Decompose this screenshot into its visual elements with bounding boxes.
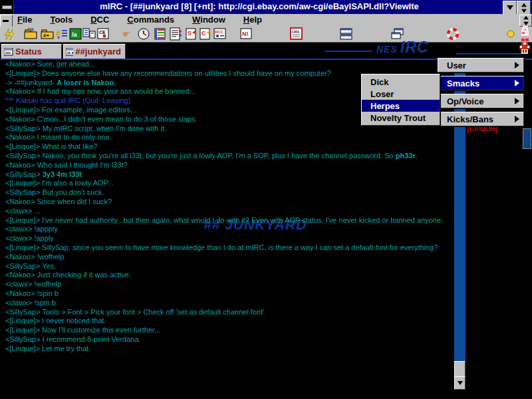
chat-line: <[Linque]> What is that like? <box>3 142 451 152</box>
tab-status[interactable]: Status <box>1 44 62 59</box>
submenu-item-dick[interactable]: Dick <box>362 76 440 88</box>
chat-line: <clawx> !wofhelp <box>3 280 451 289</box>
chat-line: <[Linque]> I never noticed that. <box>3 317 451 326</box>
submenu-item-herpes[interactable]: Herpes <box>362 100 440 112</box>
notify-icon[interactable]: N! <box>240 27 253 41</box>
svg-text:N!: N! <box>242 31 249 37</box>
chat-line: <[Linque]> SillySap, since you seem to h… <box>3 243 451 253</box>
chat-line: <SillySap> Tools > Font > Pick your font… <box>3 308 451 317</box>
logo-line-left <box>325 51 372 52</box>
menu-window[interactable]: Window <box>192 15 225 25</box>
chat-line: <clawx> !apply <box>3 234 451 243</box>
chat-line: <clawx> !spin b <box>3 299 451 308</box>
switchbar: Status ##junkyard <box>0 43 532 59</box>
restore-button[interactable] <box>517 1 531 15</box>
clock-icon[interactable] <box>137 27 150 41</box>
help-icon[interactable] <box>446 27 460 41</box>
system-menu-button[interactable] <box>0 0 14 14</box>
remote-icon[interactable]: CE <box>97 27 110 41</box>
svg-text:#: # <box>56 29 61 38</box>
menu-commands[interactable]: Commands <box>127 15 174 25</box>
menu-tools[interactable]: Tools <box>50 15 72 25</box>
chat-line: <SillySap> 3y3 4m l33t <box>3 170 451 180</box>
smacks-submenu: Dick Loser Herpes Novelty Trout <box>361 74 440 126</box>
submenu-arrow-icon <box>515 80 519 86</box>
menubar: File Tools DCC Commands Window Help <box>0 14 532 27</box>
dcc-chat-icon[interactable]: C <box>199 27 212 41</box>
submenu-item-loser[interactable]: Loser <box>362 88 440 100</box>
ball-icon[interactable] <box>507 30 520 43</box>
tab-junkyard[interactable]: ##junkyard <box>63 44 126 59</box>
channel-folder-icon[interactable]: #+ <box>41 27 54 41</box>
minimize-button[interactable] <box>503 1 517 15</box>
aliases-icon[interactable]: /a <box>69 27 82 41</box>
svg-text:#+: #+ <box>43 33 49 39</box>
svg-text:S: S <box>188 30 192 37</box>
dcc-options-icon[interactable]: DCC <box>213 27 227 41</box>
mdi-system-icon <box>3 20 9 22</box>
nicklist-scrollbar-thumb[interactable] <box>523 128 531 149</box>
mdi-restore-button[interactable] <box>519 15 532 27</box>
chat-line: <Nakoo> !wofhelp <box>3 253 451 262</box>
chat-scrollbar-down-button[interactable] <box>454 376 466 390</box>
chat-line: <Nakoo> Sure, get ahead... <box>3 60 451 69</box>
chat-line: <SillySap> But you don't suck. <box>3 188 451 198</box>
menu-items: File Tools DCC Commands Window Help <box>17 15 262 25</box>
window-title: mIRC - [##junkyard [8] [+nt]: http://cgi… <box>20 1 499 11</box>
logo-nes-text: NES <box>376 44 398 55</box>
scroll-down-icon <box>458 381 463 385</box>
popups-icon[interactable] <box>82 27 96 41</box>
minimize-icon <box>507 5 513 10</box>
submenu-arrow-icon <box>515 62 519 68</box>
status-window-icon <box>4 48 13 56</box>
popup-item-op-voice[interactable]: Op/Voice <box>438 94 524 108</box>
svg-text:C: C <box>201 30 206 37</box>
toolbar: #+ # /a CE ☛ S C DCC <box>0 27 532 43</box>
chat-line: <Nakoo> Who said I thought I'm l33t? <box>3 161 451 170</box>
chat-line: <SillySap> Nakoo, you think you're all l… <box>3 152 451 161</box>
chat-line: <Nakoo> Just checking if it was active. <box>3 271 451 280</box>
popup-item-kicks-bans[interactable]: Kicks/Bans <box>438 112 524 126</box>
logo-line-right <box>456 53 523 55</box>
dcc-send-icon[interactable]: S <box>185 27 198 41</box>
restore-down-icon <box>521 9 527 13</box>
menu-help[interactable]: Help <box>243 15 262 25</box>
tile-windows-icon[interactable] <box>340 27 353 41</box>
svg-text:URL: URL <box>292 30 301 34</box>
chat-line: <Nakoo> !spin b <box>3 289 451 299</box>
menu-file[interactable]: File <box>17 15 32 25</box>
chat-line: <clawx> !appply <box>3 225 451 234</box>
chat-line: <SillySap> I recommend 8-point Verdana. <box>3 335 451 344</box>
submenu-item-novelty-trout[interactable]: Novelty Trout <box>362 112 440 124</box>
logo-irc-text: IRC <box>400 39 429 57</box>
chat-line: <clawx> ... <box>3 207 451 216</box>
svg-text:CE: CE <box>99 30 106 35</box>
svg-text:/a: /a <box>72 31 78 38</box>
svg-text:☛: ☛ <box>122 29 131 39</box>
tab-junkyard-label: ##junkyard <box>75 47 121 57</box>
popup-item-user[interactable]: User <box>438 58 524 72</box>
nicklist-scrollbar[interactable] <box>523 60 532 399</box>
options-icon[interactable] <box>24 27 37 41</box>
titlebar[interactable]: mIRC - [##junkyard [8] [+nt]: http://cgi… <box>0 0 532 14</box>
chat-line: <[Linque]> I'm also a lowly AOP... <box>3 179 451 188</box>
chat-scrollbar-thumb[interactable] <box>454 361 466 378</box>
mdi-system-button[interactable] <box>0 15 13 27</box>
connect-icon[interactable] <box>3 27 16 41</box>
submenu-arrow-icon <box>515 98 519 104</box>
mdi-down-icon <box>523 22 529 26</box>
mdi-up-icon <box>523 16 529 20</box>
finger-icon[interactable]: ☛ <box>122 27 135 41</box>
menu-dcc[interactable]: DCC <box>90 15 109 25</box>
channels-list-icon[interactable]: # <box>55 27 68 41</box>
popup-item-smacks[interactable]: Smacks <box>438 76 524 90</box>
address-book-icon[interactable] <box>154 27 167 41</box>
nicklist-popup-menu: User Smacks Op/Voice Kicks/Bans <box>438 58 524 130</box>
svg-text:DCC: DCC <box>215 30 224 34</box>
notepad-icon[interactable] <box>169 27 182 41</box>
channel-window-icon <box>66 48 73 56</box>
mirc-window: mIRC - [##junkyard [8] [+nt]: http://cgi… <box>0 0 532 399</box>
url-list-icon[interactable]: URL <box>290 27 303 41</box>
system-menu-icon <box>2 5 12 9</box>
tab-status-label: Status <box>15 47 42 57</box>
